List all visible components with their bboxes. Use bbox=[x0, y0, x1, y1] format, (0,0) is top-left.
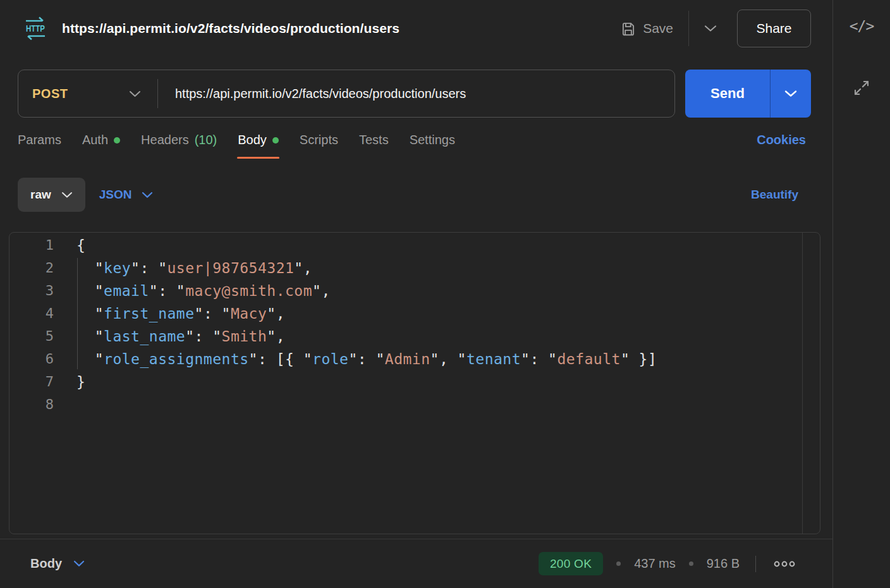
response-meta: 200 OK 437 ms 916 B bbox=[539, 552, 797, 575]
line-number: 6 bbox=[9, 348, 54, 371]
tab-auth[interactable]: Auth bbox=[82, 133, 120, 159]
response-size: 916 B bbox=[707, 556, 740, 571]
save-icon bbox=[620, 20, 637, 37]
share-button[interactable]: Share bbox=[737, 9, 811, 47]
api-client-app: HTTP https://api.permit.io/v2/facts/vide… bbox=[0, 0, 890, 588]
code-text: { bbox=[76, 234, 85, 257]
line-number: 5 bbox=[9, 325, 54, 348]
meta-separator-dot bbox=[689, 561, 693, 566]
code-text: "email": "macy@smith.com", bbox=[76, 279, 331, 302]
meta-separator-dot bbox=[616, 561, 621, 566]
body-format-caret-icon bbox=[61, 192, 73, 199]
line-number: 7 bbox=[9, 371, 54, 393]
beautify-link[interactable]: Beautify bbox=[751, 188, 798, 202]
line-number: 4 bbox=[9, 302, 54, 325]
response-pane-select[interactable]: Body bbox=[30, 556, 85, 571]
code-line[interactable]: 6 "role_assignments": [{ "role": "Admin"… bbox=[9, 348, 820, 371]
url-box: POST bbox=[18, 70, 675, 118]
code-text: "last_name": "Smith", bbox=[76, 325, 285, 348]
tab-count: (10) bbox=[195, 133, 217, 147]
response-pane-caret-icon bbox=[73, 560, 85, 567]
method-caret-icon bbox=[129, 90, 141, 97]
code-line[interactable]: 1{ bbox=[9, 234, 820, 257]
request-row: POST Send bbox=[18, 70, 815, 118]
code-text: "first_name": "Macy", bbox=[76, 302, 285, 325]
code-snippet-icon[interactable]: </> bbox=[850, 18, 874, 34]
code-line[interactable]: 3 "email": "macy@smith.com", bbox=[9, 279, 820, 302]
tab-status-dot bbox=[114, 137, 120, 144]
response-footer: Body 200 OK 437 ms 916 B bbox=[0, 539, 832, 588]
code-text: } bbox=[76, 371, 85, 393]
tab-status-dot bbox=[272, 137, 279, 144]
tab-body[interactable]: Body bbox=[238, 133, 279, 159]
more-options-button[interactable] bbox=[772, 558, 797, 570]
body-language-caret-icon bbox=[142, 192, 153, 199]
body-format-label: raw bbox=[30, 188, 51, 202]
line-number: 3 bbox=[9, 279, 54, 302]
http-request-icon: HTTP bbox=[23, 16, 48, 41]
body-language-label: JSON bbox=[99, 188, 132, 202]
tab-label: Auth bbox=[82, 133, 108, 147]
status-badge[interactable]: 200 OK bbox=[539, 552, 603, 575]
line-number: 2 bbox=[9, 257, 54, 279]
code-line[interactable]: 2 "key": "user|987654321", bbox=[9, 257, 820, 279]
indent-guide bbox=[77, 258, 78, 369]
line-number: 8 bbox=[9, 393, 54, 416]
tab-label: Body bbox=[238, 133, 267, 147]
request-title: https://api.permit.io/v2/facts/videos/pr… bbox=[62, 21, 399, 36]
body-language-select[interactable]: JSON bbox=[99, 188, 153, 202]
send-options-caret[interactable] bbox=[770, 70, 811, 118]
request-header: HTTP https://api.permit.io/v2/facts/vide… bbox=[0, 0, 832, 57]
response-time: 437 ms bbox=[634, 556, 676, 571]
method-label: POST bbox=[32, 87, 68, 101]
tab-headers[interactable]: Headers(10) bbox=[141, 133, 217, 159]
code-text: "key": "user|987654321", bbox=[76, 257, 312, 279]
save-label: Save bbox=[643, 21, 673, 36]
header-divider bbox=[688, 11, 689, 46]
tab-settings[interactable]: Settings bbox=[410, 133, 455, 159]
code-line[interactable]: 4 "first_name": "Macy", bbox=[9, 302, 820, 325]
http-icon-label: HTTP bbox=[25, 23, 46, 34]
tab-params[interactable]: Params bbox=[18, 133, 61, 159]
body-toolbar: raw JSON Beautify bbox=[0, 178, 832, 212]
method-select[interactable]: POST bbox=[18, 70, 157, 117]
main-column: HTTP https://api.permit.io/v2/facts/vide… bbox=[0, 0, 832, 588]
tab-label: Settings bbox=[410, 133, 455, 147]
code-editor[interactable]: 1{2 "key": "user|987654321",3 "email": "… bbox=[9, 232, 820, 534]
save-options-caret[interactable] bbox=[698, 21, 723, 36]
tab-tests[interactable]: Tests bbox=[359, 133, 389, 159]
request-tabs: ParamsAuthHeaders(10)BodyScriptsTestsSet… bbox=[18, 133, 455, 159]
cookies-link[interactable]: Cookies bbox=[757, 133, 806, 147]
header-actions: Save Share bbox=[620, 9, 811, 47]
code-editor-lines: 1{2 "key": "user|987654321",3 "email": "… bbox=[9, 234, 820, 416]
editor-scrollbar-track[interactable] bbox=[802, 233, 803, 534]
send-button-group: Send bbox=[685, 70, 811, 118]
tab-label: Scripts bbox=[300, 133, 338, 147]
tab-label: Params bbox=[18, 133, 61, 147]
response-pane-label: Body bbox=[30, 556, 62, 571]
code-line[interactable]: 5 "last_name": "Smith", bbox=[9, 325, 820, 348]
code-text: "role_assignments": [{ "role": "Admin", … bbox=[76, 348, 657, 371]
save-button[interactable]: Save bbox=[620, 20, 673, 37]
tab-scripts[interactable]: Scripts bbox=[300, 133, 338, 159]
code-line[interactable]: 8 bbox=[9, 393, 820, 416]
expand-panel-icon[interactable] bbox=[852, 78, 871, 97]
url-input[interactable] bbox=[158, 87, 674, 101]
body-format-select[interactable]: raw bbox=[18, 178, 85, 212]
right-sidebar: </> bbox=[832, 0, 890, 588]
code-line[interactable]: 7} bbox=[9, 371, 820, 393]
tab-label: Headers bbox=[141, 133, 189, 147]
tab-label: Tests bbox=[359, 133, 389, 147]
line-number: 1 bbox=[9, 234, 54, 257]
tabs-row: ParamsAuthHeaders(10)BodyScriptsTestsSet… bbox=[0, 133, 832, 169]
send-button[interactable]: Send bbox=[685, 70, 770, 118]
meta-divider bbox=[755, 556, 756, 572]
